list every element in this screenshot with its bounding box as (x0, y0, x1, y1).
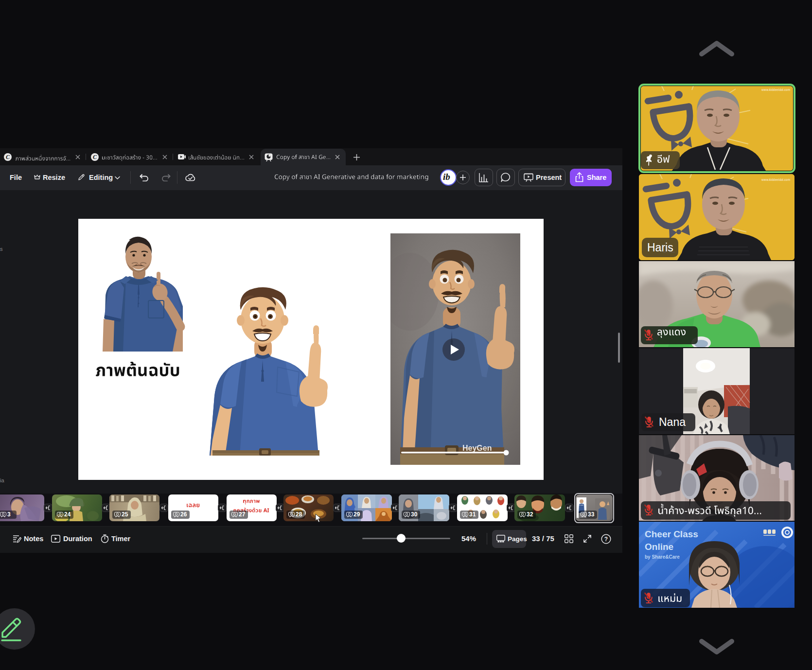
svg-text:HeyGen: HeyGen (462, 444, 492, 452)
svg-text:by Share&Care: by Share&Care (645, 554, 680, 560)
svg-text:Online: Online (645, 542, 673, 552)
svg-text:?: ? (604, 536, 608, 543)
svg-text:Cheer Class: Cheer Class (645, 529, 698, 539)
